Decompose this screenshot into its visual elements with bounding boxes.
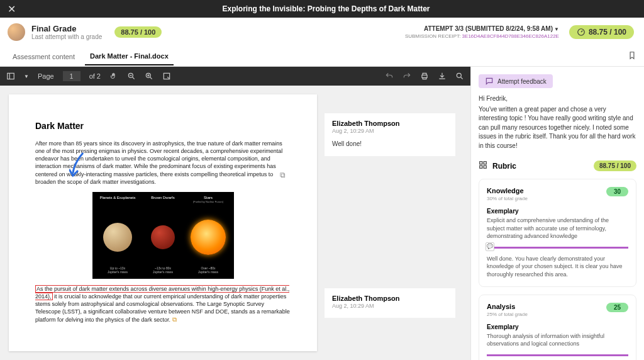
grade-title: Final Grade xyxy=(31,24,102,33)
feedback-panel: Attempt feedback Hi Fredrik, You've writ… xyxy=(470,67,644,360)
rubric-criterion-pct: 30% of total grade xyxy=(487,196,528,201)
tab-assessment-content[interactable]: Assessment content xyxy=(8,48,80,65)
redo-icon[interactable] xyxy=(402,72,411,81)
comment-marker-icon[interactable]: ⧉ xyxy=(172,316,177,323)
pan-icon[interactable] xyxy=(109,72,118,81)
gauge-icon xyxy=(577,28,586,37)
feedback-greeting: Hi Fredrik, xyxy=(479,94,636,104)
svg-point-6 xyxy=(457,73,461,77)
avatar xyxy=(8,23,25,41)
figure-planets: Planets & Exoplanets Up to ~13x Jupiter'… xyxy=(92,192,234,279)
submission-receipt: SUBMISSION RECEIPT: 3E16D4AE8CF844D788E3… xyxy=(405,33,559,39)
grade-pill-right: 88.75 / 100 xyxy=(569,25,634,39)
comment-card[interactable]: Elizabeth Thompson Aug 2, 10:29 AM Well … xyxy=(325,113,455,156)
rubric-criterion-pct: 25% of total grade xyxy=(487,312,528,317)
rubric-level-desc: Explicit and comprehensive understanding… xyxy=(487,217,628,240)
chevron-down-icon[interactable]: ▼ xyxy=(24,74,29,79)
rubric-title: Rubric xyxy=(492,162,516,171)
rubric-item-knowledge[interactable]: Knowledge 30% of total grade 30 Exemplar… xyxy=(479,179,636,287)
rubric-comment-icon[interactable]: 💬 xyxy=(486,242,494,251)
print-icon[interactable] xyxy=(420,72,429,81)
document-page[interactable]: Dark Matter After more than 85 years sin… xyxy=(9,94,317,351)
rubric-score: 88.75 / 100 xyxy=(594,160,636,171)
comment-body: Well done! xyxy=(332,140,448,147)
page-title: Exploring the Invisible: Probing the Dep… xyxy=(16,4,636,13)
rubric-level-desc: Thorough analysis of information with in… xyxy=(487,332,628,348)
close-icon[interactable]: ✕ xyxy=(8,3,16,15)
sidebar-toggle-icon[interactable] xyxy=(6,72,15,81)
chevron-down-icon: ▼ xyxy=(554,26,559,32)
rubric-points-badge: 25 xyxy=(606,303,628,312)
comment-card[interactable]: Elizabeth Thompson Aug 2, 10:29 AM xyxy=(325,288,455,318)
attempt-selector[interactable]: ATTEMPT 3/3 (SUBMITTED 8/2/24, 9:58 AM)▼ xyxy=(405,25,559,32)
rubric-note: Well done. You have clearly demonstrated… xyxy=(487,255,628,279)
tab-file[interactable]: Dark Matter - Final.docx xyxy=(85,47,174,65)
comment-icon xyxy=(485,77,494,86)
svg-rect-7 xyxy=(480,162,482,164)
rubric-level: Exemplary xyxy=(487,323,628,330)
undo-icon[interactable] xyxy=(385,72,394,81)
rubric-criterion-name: Knowledge xyxy=(487,187,528,194)
page-label: Page xyxy=(38,72,54,80)
comment-time: Aug 2, 10:29 AM xyxy=(332,128,448,134)
search-icon[interactable] xyxy=(455,72,464,81)
feedback-body: You've written a great paper and chose a… xyxy=(479,105,636,151)
comment-author: Elizabeth Thompson xyxy=(332,295,448,302)
page-total: of 2 xyxy=(89,72,101,80)
rubric-level: Exemplary xyxy=(487,208,628,215)
svg-rect-10 xyxy=(484,166,486,168)
copy-icon[interactable]: ⧉ xyxy=(280,171,286,179)
download-icon[interactable] xyxy=(438,72,447,81)
rubric-criterion-name: Analysis xyxy=(487,303,528,310)
rubric-item-analysis[interactable]: Analysis 25% of total grade 25 Exemplary… xyxy=(479,295,636,360)
zoom-out-icon[interactable] xyxy=(127,72,136,81)
fit-icon[interactable] xyxy=(162,72,171,81)
svg-rect-5 xyxy=(422,75,427,77)
rubric-points-badge: 30 xyxy=(606,187,628,196)
svg-rect-9 xyxy=(480,166,482,168)
grade-subtitle: Last attempt with a grade xyxy=(31,33,102,40)
zoom-in-icon[interactable] xyxy=(145,72,153,81)
svg-rect-8 xyxy=(484,162,486,164)
page-input[interactable] xyxy=(63,71,80,81)
rubric-icon xyxy=(479,160,487,171)
comment-author: Elizabeth Thompson xyxy=(332,120,448,127)
svg-rect-1 xyxy=(8,73,14,79)
comment-time: Aug 2, 10:29 AM xyxy=(332,303,448,309)
attempt-feedback-chip[interactable]: Attempt feedback xyxy=(479,74,553,88)
doc-paragraph: As the pursuit of dark matter extends ac… xyxy=(35,285,291,324)
doc-heading: Dark Matter xyxy=(35,121,291,131)
annotation-arrow-icon xyxy=(69,150,88,181)
grade-pill-left: 88.75 / 100 xyxy=(114,26,162,38)
bookmark-icon[interactable] xyxy=(628,51,636,62)
